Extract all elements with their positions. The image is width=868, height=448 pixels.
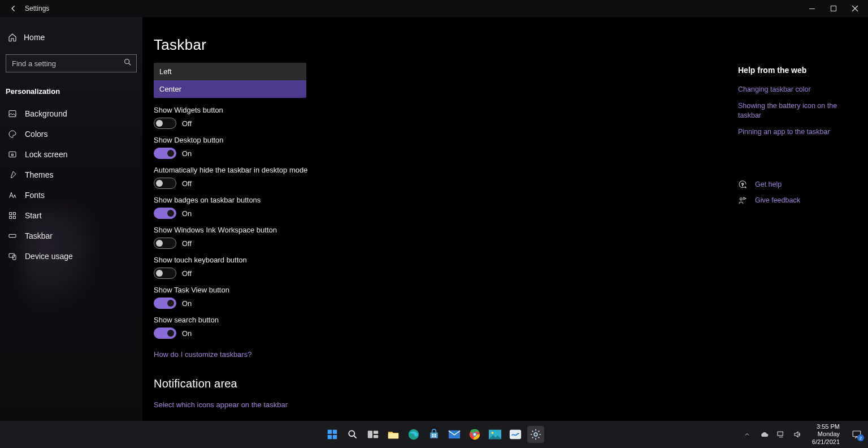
svg-point-32 xyxy=(474,433,476,436)
taskbar-app-settings[interactable] xyxy=(527,426,544,443)
svg-rect-26 xyxy=(435,434,436,436)
content: Taskbar Left Center Show Widgets buttonO… xyxy=(142,17,868,421)
toggle-state: On xyxy=(182,209,192,218)
sidebar-category: Personalization xyxy=(0,81,142,104)
svg-rect-3 xyxy=(9,111,16,117)
sidebar-item-start[interactable]: Start xyxy=(0,205,142,226)
tray-notifications[interactable]: 2 xyxy=(848,426,866,443)
customize-link[interactable]: How do I customize taskbars? xyxy=(154,350,251,359)
select-icons-link[interactable]: Select which icons appear on the taskbar xyxy=(154,400,868,409)
svg-rect-11 xyxy=(9,253,14,257)
toggle-switch[interactable] xyxy=(154,238,176,249)
svg-rect-27 xyxy=(432,436,434,438)
sidebar-item-lock-screen[interactable]: Lock screen xyxy=(0,144,142,165)
sidebar-item-taskbar[interactable]: Taskbar xyxy=(0,226,142,246)
help-link[interactable]: Changing taskbar color xyxy=(738,85,857,94)
sidebar-item-label: Start xyxy=(25,211,42,220)
tray-onedrive-icon[interactable] xyxy=(758,421,770,448)
svg-point-14 xyxy=(740,197,742,200)
taskbar-app-taskview[interactable] xyxy=(364,426,381,443)
toggle-switch[interactable] xyxy=(154,298,176,309)
toggle-switch[interactable] xyxy=(154,328,176,339)
svg-rect-28 xyxy=(435,436,436,438)
back-button[interactable] xyxy=(7,2,20,15)
feedback-icon xyxy=(738,196,748,205)
search-input[interactable] xyxy=(6,54,137,72)
window-title: Settings xyxy=(25,5,49,12)
svg-point-36 xyxy=(534,433,537,436)
sidebar: Home Personalization Background Colors L… xyxy=(0,17,142,421)
toggle-state: On xyxy=(182,329,192,338)
sidebar-home[interactable]: Home xyxy=(0,27,142,48)
toggle-label: Show Task View button xyxy=(154,286,868,294)
palette-icon xyxy=(7,130,18,139)
svg-rect-7 xyxy=(13,213,15,215)
sidebar-item-background[interactable]: Background xyxy=(0,104,142,124)
help-link[interactable]: Showing the battery icon on the taskbar xyxy=(738,101,857,120)
help-link[interactable]: Pinning an app to the taskbar xyxy=(738,127,857,137)
sidebar-item-label: Background xyxy=(25,109,67,118)
toggle-label: Show touch keyboard button xyxy=(154,256,868,264)
tray-time: 3:55 PM xyxy=(812,423,840,430)
alignment-dropdown[interactable]: Left Center xyxy=(154,63,306,98)
sidebar-item-label: Device usage xyxy=(25,252,73,261)
svg-rect-17 xyxy=(328,435,332,439)
brush-icon xyxy=(7,170,18,179)
taskbar-app-start[interactable] xyxy=(324,426,341,443)
tray-chevron-icon[interactable] xyxy=(741,421,753,448)
svg-rect-15 xyxy=(328,430,332,434)
home-icon xyxy=(8,33,17,42)
minimize-button[interactable] xyxy=(801,1,823,16)
svg-point-19 xyxy=(349,430,354,436)
taskbar-app-store[interactable] xyxy=(426,426,442,443)
svg-rect-8 xyxy=(10,216,12,218)
taskbar-app-explorer[interactable] xyxy=(385,426,402,443)
tray-network-icon[interactable] xyxy=(775,421,787,448)
svg-rect-29 xyxy=(449,430,460,439)
maximize-button[interactable] xyxy=(823,1,844,16)
dropdown-option-center[interactable]: Center xyxy=(154,80,306,98)
taskbar-app-mail[interactable] xyxy=(446,426,463,443)
tray-day: Monday xyxy=(812,430,840,438)
sidebar-item-label: Fonts xyxy=(25,191,45,200)
toggle-switch[interactable] xyxy=(154,178,176,189)
dropdown-option-left[interactable]: Left xyxy=(154,63,306,80)
svg-rect-25 xyxy=(432,434,434,436)
toggle-state: Off xyxy=(182,119,192,128)
page-title: Taskbar xyxy=(154,36,868,54)
svg-text:?: ? xyxy=(741,182,744,187)
toggle-switch[interactable] xyxy=(154,148,176,159)
sidebar-item-themes[interactable]: Themes xyxy=(0,165,142,185)
sidebar-item-fonts[interactable]: Fonts xyxy=(0,185,142,205)
taskbar-app-chrome[interactable] xyxy=(466,426,483,443)
toggle-switch[interactable] xyxy=(154,208,176,219)
taskbar-app-edge[interactable] xyxy=(405,426,422,443)
font-icon xyxy=(7,191,18,200)
close-button[interactable] xyxy=(844,1,866,16)
svg-rect-37 xyxy=(778,432,783,436)
taskbar-app-photos[interactable] xyxy=(487,426,504,443)
svg-rect-21 xyxy=(374,431,378,434)
help-icon: ? xyxy=(738,180,748,189)
sidebar-item-device-usage[interactable]: Device usage xyxy=(0,246,142,266)
toggle-switch[interactable] xyxy=(154,118,176,129)
taskbar-app-whiteboard[interactable] xyxy=(507,426,524,443)
tray-date: 6/21/2021 xyxy=(812,438,840,446)
toggle-state: Off xyxy=(182,179,192,188)
sidebar-item-label: Lock screen xyxy=(25,150,67,159)
taskbar-app-search[interactable] xyxy=(344,426,361,443)
toggle-state: On xyxy=(182,299,192,308)
toggle-label: Show search button xyxy=(154,316,868,324)
sidebar-item-colors[interactable]: Colors xyxy=(0,124,142,144)
taskbar-icon xyxy=(7,231,18,240)
get-help-link[interactable]: Get help xyxy=(755,180,782,189)
sidebar-item-label: Themes xyxy=(25,170,54,179)
give-feedback-link[interactable]: Give feedback xyxy=(755,196,800,205)
taskbar: 3:55 PM Monday 6/21/2021 2 xyxy=(0,421,868,448)
tray-volume-icon[interactable] xyxy=(792,421,804,448)
tray-clock[interactable]: 3:55 PM Monday 6/21/2021 xyxy=(812,423,840,446)
help-pane: Help from the web Changing taskbar color… xyxy=(738,66,857,205)
toggle-switch[interactable] xyxy=(154,268,176,279)
sidebar-home-label: Home xyxy=(24,33,45,42)
svg-rect-18 xyxy=(333,435,337,439)
